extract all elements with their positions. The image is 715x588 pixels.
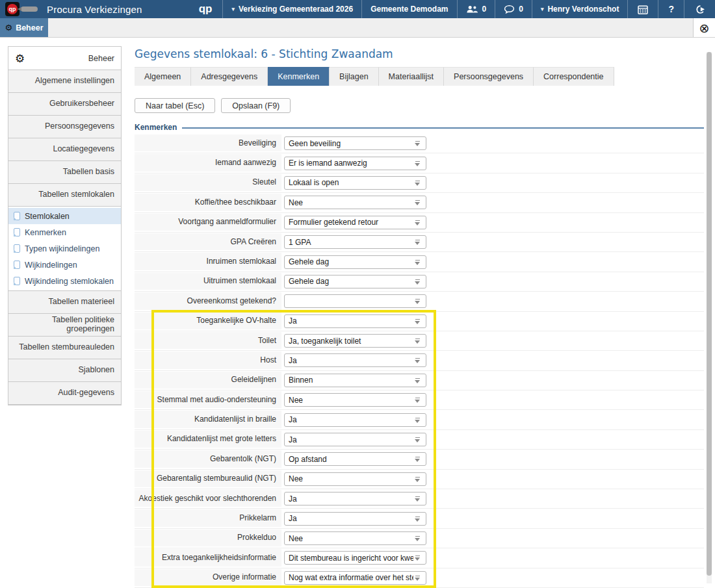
- tab-persoonsgegevens[interactable]: Persoonsgegevens: [444, 67, 534, 86]
- scrollbar[interactable]: [707, 52, 712, 583]
- dropdown-gebarentolk-ngt[interactable]: Op afstand: [284, 452, 426, 466]
- sidebar-item-persoonsgegevens[interactable]: Persoonsgegevens: [8, 116, 121, 138]
- field-label: Overeenkomst getekend?: [135, 292, 281, 309]
- topbar-spacer: [142, 0, 199, 18]
- help-button[interactable]: ?: [658, 0, 684, 18]
- dropdown-value: Op afstand: [285, 455, 413, 464]
- dropdown-geleidelijnen[interactable]: Binnen: [284, 374, 426, 387]
- dropdown-prikkelarm[interactable]: Ja: [284, 512, 426, 526]
- fieldset-legend: Kenmerken: [135, 123, 177, 132]
- dropdown-koffie-thee-beschikbaar[interactable]: Nee: [284, 196, 426, 209]
- dropdown-stemmal-met-audio-ondersteuning[interactable]: Nee: [284, 393, 426, 407]
- sidebar-item-label: Wijkindeling stemlokalen: [25, 277, 114, 286]
- users-counter[interactable]: 0: [457, 0, 495, 18]
- dropdown-overeenkomst-getekend[interactable]: [284, 294, 426, 308]
- tab-algemeen[interactable]: Algemeen: [135, 67, 191, 86]
- sidebar-item-wijkindeling-stemlokalen[interactable]: Wijkindeling stemlokalen: [8, 273, 121, 289]
- sidebar-item-gebruikersbeheer[interactable]: Gebruikersbeheer: [8, 93, 121, 116]
- dropdown-caret-icon: [415, 495, 422, 502]
- field-row-inruimen-stemlokaal: Inruimen stemlokaalGehele dag: [135, 252, 704, 272]
- municipality-label[interactable]: Gemeente Demodam: [361, 0, 456, 18]
- dropdown-uitruimen-stemlokaal[interactable]: Gehele dag: [284, 275, 426, 288]
- dropdown-kandidatenlijst-in-braille[interactable]: Ja: [284, 413, 426, 427]
- sidebar-item-kenmerken[interactable]: Kenmerken: [8, 224, 121, 240]
- document-icon: [14, 212, 20, 220]
- tab-adresgegevens[interactable]: Adresgegevens: [191, 67, 268, 86]
- dropdown-extra-toegankelijkheidsinformatie[interactable]: Dit stembureau is ingericht voor kwetsba…: [284, 551, 426, 565]
- sidebar-item-audit-gegevens[interactable]: Audit-gegevens: [8, 382, 121, 405]
- dropdown-caret-icon: [415, 219, 422, 226]
- tab-bijlagen[interactable]: Bijlagen: [330, 67, 378, 86]
- election-selector-label: Verkiezing Gemeenteraad 2026: [239, 5, 353, 14]
- dropdown-caret-icon: [415, 357, 422, 364]
- field-row-voortgang-aanmeldformulier: Voortgang aanmeldformulierFormulier gete…: [135, 213, 704, 233]
- sidebar-item-algemene-instellingen[interactable]: Algemene instellingen: [8, 70, 121, 93]
- field-label: Gebarentolk (NGT): [135, 450, 281, 467]
- scrollbar-thumb[interactable]: [707, 52, 712, 576]
- dropdown-inruimen-stemlokaal[interactable]: Gehele dag: [284, 255, 426, 269]
- chevron-down-icon: ▾: [541, 6, 544, 12]
- dropdown-overige-informatie[interactable]: Nog wat extra informatie over het stemlo…: [284, 571, 426, 585]
- page-title: Gegevens stemlokaal: 6 - Stichting Zwaan…: [135, 47, 704, 60]
- dropdown-gpa-cre-ren[interactable]: 1 GPA: [284, 235, 426, 249]
- field-label: Host: [135, 352, 281, 368]
- dropdown-value: Ja: [285, 356, 413, 365]
- sidebar-item-tabellen-stembureauleden[interactable]: Tabellen stembureauleden: [8, 337, 121, 359]
- field-label: Akoestiek geschikt voor slechthorenden: [135, 490, 281, 507]
- dropdown-toilet[interactable]: Ja, toegankelijk toilet: [284, 334, 426, 348]
- field-label: Kandidatenlijst met grote letters: [135, 431, 281, 448]
- field-row-overeenkomst-getekend: Overeenkomst getekend?: [135, 292, 704, 311]
- sidebar-item-label: Wijkindelingen: [25, 261, 77, 270]
- dropdown-akoestiek-geschikt-voor-slechthorenden[interactable]: Ja: [284, 492, 426, 505]
- field-row-gpa-cre-ren: GPA Creëren1 GPA: [135, 233, 704, 252]
- logout-icon: [694, 5, 705, 14]
- sidebar-item-wijkindelingen[interactable]: Wijkindelingen: [8, 257, 121, 273]
- sidebar-item-tabellen-materieel[interactable]: Tabellen materieel: [8, 291, 121, 314]
- sidebar-item-sjablonen[interactable]: Sjablonen: [8, 359, 121, 382]
- dropdown-value: Ja: [285, 435, 413, 444]
- field-label: Sleutel: [135, 174, 281, 191]
- field-row-sleutel: SleutelLokaal is open: [135, 173, 704, 193]
- help-icon: ?: [668, 4, 674, 14]
- dropdown-iemand-aanwezig[interactable]: Er is iemand aanwezig: [284, 157, 426, 170]
- dropdown-sleutel[interactable]: Lokaal is open: [284, 176, 426, 190]
- dropdown-caret-icon: [415, 199, 422, 206]
- field-row-geleidelijnen: GeleidelijnenBinnen: [135, 371, 704, 390]
- sidebar-item-tabellen-basis[interactable]: Tabellen basis: [8, 161, 121, 184]
- module-tab-beheer[interactable]: ⚙ Beheer: [0, 18, 48, 37]
- opslaan-button[interactable]: Opslaan (F9): [221, 98, 291, 113]
- sidebar-item-stemlokalen[interactable]: Stemlokalen: [8, 208, 121, 224]
- sidebar-item-typen-wijkindelingen[interactable]: Typen wijkindelingen: [8, 240, 121, 257]
- dropdown-kandidatenlijst-met-grote-letters[interactable]: Ja: [284, 433, 426, 446]
- dropdown-value: Formulier getekend retour: [285, 218, 413, 227]
- close-icon[interactable]: ⊗: [693, 18, 715, 37]
- naar-tabel-button[interactable]: Naar tabel (Esc): [135, 98, 215, 113]
- field-label: GPA Creëren: [135, 233, 281, 250]
- field-label: Kandidatenlijst in braille: [135, 411, 281, 428]
- dropdown-beveiliging[interactable]: Geen beveiling: [284, 136, 426, 150]
- sidebar-item-tabellen-politieke-groeperingen[interactable]: Tabellen politieke groeperingen: [8, 314, 121, 337]
- toolbar: Naar tabel (Esc) Opslaan (F9): [135, 98, 704, 113]
- election-selector[interactable]: ▾ Verkiezing Gemeenteraad 2026: [222, 0, 361, 18]
- dropdown-toegankelijke-ov-halte[interactable]: Ja: [284, 314, 426, 328]
- dropdown-host[interactable]: Ja: [284, 353, 426, 367]
- dropdown-gebarentalig-stembureaulid-ngt[interactable]: Nee: [284, 472, 426, 486]
- field-row-overige-informatie: Overige informatieNog wat extra informat…: [135, 569, 704, 588]
- field-label: Overige informatie: [135, 569, 281, 586]
- dropdown-voortgang-aanmeldformulier[interactable]: Formulier getekend retour: [284, 216, 426, 229]
- calendar-button[interactable]: [627, 0, 658, 18]
- module-tabs-bar: ⚙ Beheer ⊗: [0, 18, 715, 38]
- tab-correspondentie[interactable]: Correspondentie: [534, 67, 614, 86]
- messages-counter[interactable]: 0: [495, 0, 532, 18]
- sidebar-item-locatiegegevens[interactable]: Locatiegegevens: [8, 138, 121, 161]
- dropdown-value: Nee: [285, 474, 413, 483]
- logout-button[interactable]: [684, 0, 715, 18]
- tab-materiaallijst[interactable]: Materiaallijst: [379, 67, 444, 86]
- field-row-host: HostJa: [135, 351, 704, 370]
- sidebar-header-label: Beheer: [25, 54, 114, 63]
- user-menu[interactable]: ▾ Henry Verdonschot: [532, 0, 628, 18]
- sidebar-item-tabellen-stemlokalen[interactable]: Tabellen stemlokalen: [8, 184, 121, 207]
- sidebar-item-label: Stemlokalen: [25, 212, 70, 221]
- dropdown-prokkelduo[interactable]: Nee: [284, 531, 426, 545]
- tab-kenmerken[interactable]: Kenmerken: [268, 67, 330, 86]
